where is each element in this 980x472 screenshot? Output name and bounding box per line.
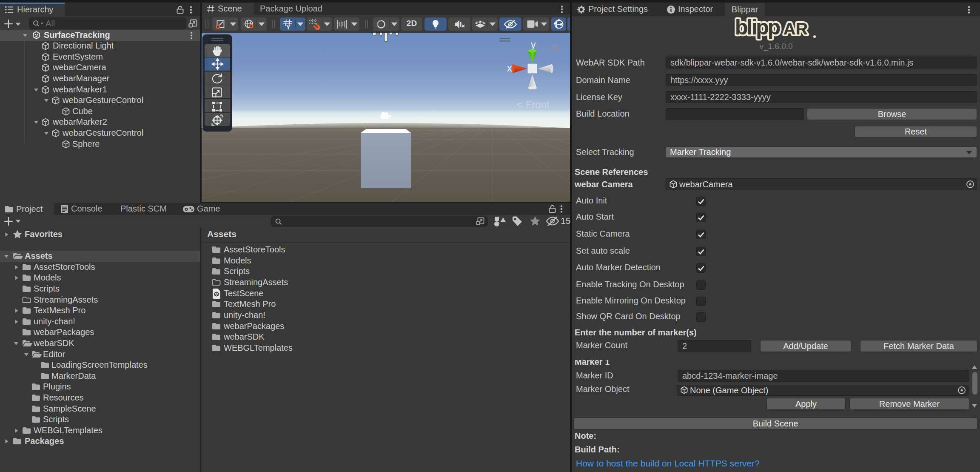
svg-text:y: y [531, 39, 536, 50]
svg-text:AR: AR [783, 20, 808, 38]
svg-text:blipp: blipp [735, 16, 780, 39]
svg-text:x: x [507, 63, 512, 74]
svg-text:Y: Y [286, 24, 291, 30]
